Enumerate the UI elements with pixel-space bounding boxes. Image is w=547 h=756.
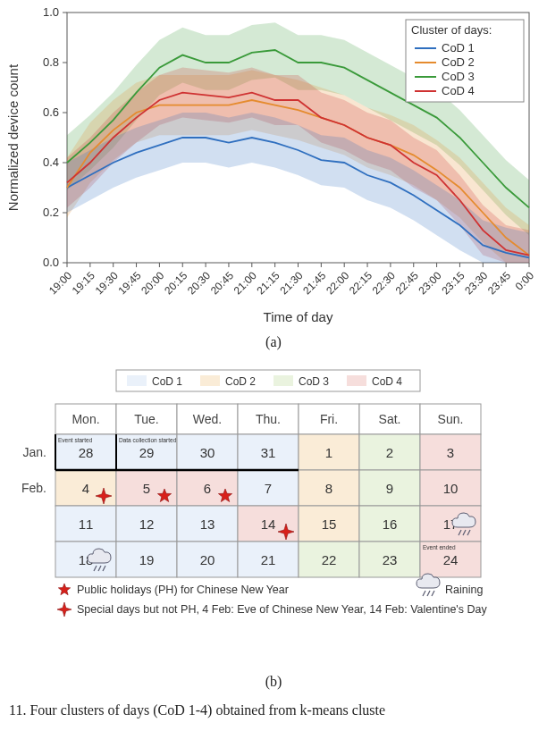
- cal-cell-day: 3: [447, 445, 454, 460]
- cal-cell-day: 14: [261, 517, 276, 532]
- cal-cell-day: 12: [139, 517, 155, 532]
- x-tick-label: 23:30: [462, 269, 490, 297]
- svg-line-35: [427, 591, 430, 596]
- x-tick-label: 23:00: [417, 269, 444, 297]
- cal-cell-day: 4: [82, 481, 89, 496]
- x-tick-label: 21:15: [255, 269, 282, 297]
- cal-cell-day: 15: [322, 517, 337, 532]
- x-tick-label: 0:00: [513, 269, 537, 293]
- cal-legend-swatch: [347, 375, 366, 386]
- cal-legend-label: CoD 2: [225, 375, 256, 388]
- cal-legend-swatch: [200, 375, 220, 386]
- x-tick-label: 22:30: [370, 269, 398, 297]
- cal-cell-day: 30: [200, 445, 215, 460]
- cal-legend-swatch: [127, 375, 147, 386]
- cal-cell-day: 8: [325, 481, 332, 496]
- x-tick-label: 20:30: [185, 269, 213, 297]
- x-tick-label: 22:45: [393, 269, 421, 297]
- legend-label: CoD 2: [442, 55, 475, 69]
- cal-cell-day: 2: [386, 445, 393, 460]
- note-rain: Raining: [445, 584, 483, 596]
- cal-cell-note: Event ended: [423, 544, 456, 550]
- x-tick-label: 22:15: [347, 269, 374, 297]
- cal-header-label: Sun.: [438, 412, 464, 426]
- cal-cell-day: 11: [79, 517, 94, 532]
- x-tick-label: 19:00: [46, 269, 74, 297]
- cal-month-label: Feb.: [21, 481, 46, 495]
- cal-header-label: Tue.: [134, 412, 159, 426]
- x-tick-label: 19:45: [115, 269, 143, 297]
- x-tick-label: 21:30: [277, 269, 305, 297]
- cal-header-label: Thu.: [256, 412, 281, 426]
- note-ph: Public holidays (PH) for Chinese New Yea…: [77, 584, 289, 596]
- cal-cell-day: 21: [261, 552, 276, 567]
- cal-cell-day: 31: [261, 445, 276, 460]
- cal-cell-day: 7: [265, 481, 272, 496]
- y-tick-label: 0.8: [43, 55, 59, 69]
- cal-cell-day: 10: [443, 481, 459, 496]
- chart-cod: 0.00.20.40.60.81.019:0019:1519:3019:4520…: [0, 0, 547, 331]
- star-icon: [58, 584, 70, 595]
- cal-header-label: Mon.: [72, 412, 99, 426]
- x-tick-label: 21:45: [300, 269, 328, 297]
- calendar-cod: CoD 1CoD 2CoD 3CoD 4Mon.Tue.Wed.Thu.Fri.…: [0, 363, 547, 667]
- x-tick-label: 19:15: [70, 269, 97, 297]
- note-sp: Special days but not PH, 4 Feb: Eve of C…: [77, 603, 487, 616]
- cal-cell-day: 5: [143, 481, 150, 496]
- cal-cell-day: 20: [200, 552, 215, 567]
- y-tick-label: 0.0: [43, 256, 59, 269]
- cal-legend-label: CoD 3: [299, 375, 329, 388]
- x-tick-label: 20:15: [162, 269, 189, 297]
- x-axis-label: Time of day: [264, 309, 333, 324]
- cal-cell-day: 22: [322, 552, 337, 567]
- x-tick-label: 20:00: [139, 269, 166, 297]
- x-tick-label: 23:15: [439, 269, 467, 297]
- cal-legend-swatch: [274, 375, 293, 386]
- svg-line-34: [423, 591, 425, 596]
- legend-label: CoD 1: [442, 41, 475, 55]
- y-axis-label: Normalized device count: [5, 63, 21, 211]
- cal-cell-note: Data collection started: [119, 437, 177, 443]
- y-tick-label: 1.0: [43, 5, 59, 19]
- cal-cell-day: 1: [325, 445, 332, 460]
- x-tick-label: 19:30: [93, 269, 121, 297]
- cal-cell-note: Event started: [58, 437, 93, 443]
- legend-label: CoD 3: [442, 70, 475, 83]
- cal-header-label: Fri.: [320, 412, 338, 426]
- legend-label: CoD 4: [442, 84, 475, 97]
- cal-header-label: Wed.: [193, 412, 222, 426]
- x-tick-label: 20:45: [208, 269, 236, 297]
- cal-cell-day: 9: [386, 481, 393, 496]
- four-point-star-icon: [57, 602, 72, 617]
- x-tick-label: 23:45: [485, 269, 513, 297]
- cal-cell-day: 16: [383, 517, 398, 532]
- y-tick-label: 0.4: [43, 155, 59, 169]
- legend-title: Cluster of days:: [411, 23, 492, 37]
- cal-cell-day: 19: [139, 552, 155, 567]
- cal-legend-label: CoD 1: [152, 375, 182, 388]
- cal-cell-day: 13: [200, 517, 215, 532]
- cal-cell-day: 6: [204, 481, 211, 496]
- y-tick-label: 0.2: [43, 206, 59, 219]
- x-tick-label: 22:00: [324, 269, 351, 297]
- x-tick-label: 21:00: [231, 269, 259, 297]
- subfig-b-label: (b): [265, 674, 282, 689]
- cal-header-label: Sat.: [379, 412, 401, 426]
- subfig-a-label: (a): [265, 334, 282, 349]
- cal-cell-day: 24: [443, 552, 459, 567]
- caption-fragment: 11. Four clusters of days (CoD 1-4) obta…: [9, 702, 385, 718]
- cal-cell-day: 28: [79, 445, 94, 460]
- cal-legend-label: CoD 4: [372, 375, 402, 388]
- cal-cell-day: 23: [383, 552, 398, 567]
- svg-line-36: [432, 591, 434, 596]
- cal-cell-day: 29: [139, 445, 155, 460]
- cal-month-label: Jan.: [23, 445, 46, 459]
- y-tick-label: 0.6: [43, 105, 59, 119]
